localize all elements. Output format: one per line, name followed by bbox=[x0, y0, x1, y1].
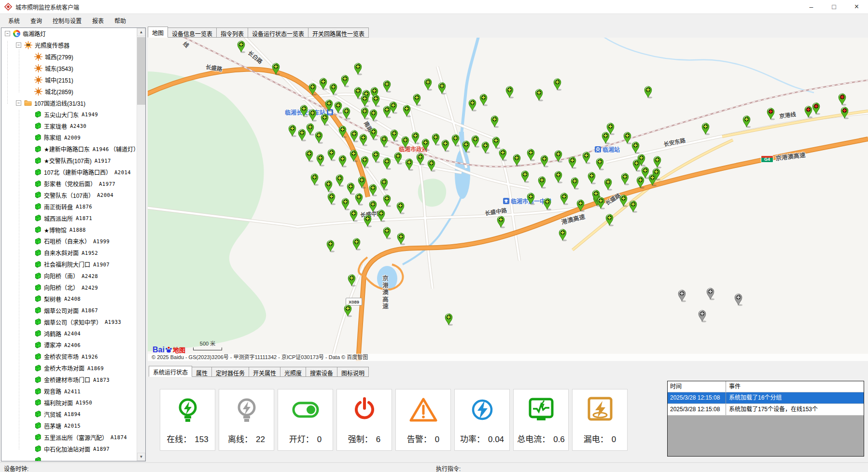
map-marker-online[interactable] bbox=[353, 61, 363, 75]
map-marker-online[interactable] bbox=[338, 124, 347, 138]
map-marker-online[interactable] bbox=[389, 100, 398, 114]
map-marker-online[interactable] bbox=[319, 76, 328, 90]
tree-row[interactable]: 城西派出所A1871 bbox=[1, 212, 137, 224]
map-marker-online[interactable] bbox=[526, 191, 535, 205]
map-marker-online[interactable] bbox=[596, 195, 605, 209]
map-marker-online[interactable] bbox=[377, 208, 386, 222]
map-marker-online[interactable] bbox=[371, 149, 380, 163]
map-marker-online[interactable] bbox=[537, 175, 546, 189]
map-marker-online[interactable] bbox=[462, 139, 471, 153]
tree-row[interactable]: −107国道沿线(31/31) bbox=[1, 97, 137, 109]
tree-row[interactable]: 交警队东（107南）A2004 bbox=[1, 189, 137, 201]
map-marker-online[interactable] bbox=[554, 149, 563, 163]
tree-row[interactable]: 向阳桥（南）A2428 bbox=[1, 270, 137, 282]
tree-row[interactable]: 金桥建材市场门口A1873 bbox=[1, 374, 137, 386]
map-marker-forced[interactable] bbox=[766, 106, 775, 120]
tree-row[interactable]: 梨树巷A2408 bbox=[1, 293, 137, 305]
map-marker-online[interactable] bbox=[553, 77, 562, 91]
map-marker-online[interactable] bbox=[468, 97, 477, 111]
tree-row[interactable]: 向阳桥（北）A2429 bbox=[1, 282, 137, 293]
map-marker-forced[interactable] bbox=[838, 92, 847, 106]
map-marker-online[interactable] bbox=[354, 192, 364, 206]
map-marker-online[interactable] bbox=[619, 193, 628, 207]
tree-row[interactable]: 观音路A2411 bbox=[1, 386, 137, 397]
map-marker-online[interactable] bbox=[305, 148, 314, 162]
map-marker-online[interactable] bbox=[496, 214, 505, 228]
map-marker-online[interactable] bbox=[631, 140, 640, 154]
map-marker-offline[interactable] bbox=[698, 308, 707, 322]
map-marker-online[interactable] bbox=[534, 87, 544, 101]
tree-row[interactable]: −光照度传感器 bbox=[1, 40, 137, 51]
tree-expand-toggle[interactable]: − bbox=[16, 42, 21, 48]
bottom-tab-0[interactable]: 系统运行状态 bbox=[149, 366, 192, 377]
map-marker-online[interactable] bbox=[481, 140, 490, 154]
tree-row[interactable]: ★建新中路路口东A1946（辅道灯） bbox=[1, 143, 137, 155]
map-marker-online[interactable] bbox=[363, 213, 372, 227]
map-marker-online[interactable] bbox=[512, 153, 521, 167]
tree-row[interactable]: 中石化加油站对面A1897 bbox=[1, 443, 137, 455]
menu-item[interactable]: 系统 bbox=[3, 14, 25, 27]
map-tab-4[interactable]: 开关回路属性一览表 bbox=[308, 28, 369, 38]
tree-row[interactable] bbox=[1, 455, 137, 461]
map-marker-online[interactable] bbox=[471, 134, 480, 148]
map-marker-online[interactable] bbox=[369, 108, 378, 122]
map-marker-online[interactable] bbox=[326, 238, 335, 252]
map-marker-online[interactable] bbox=[368, 182, 378, 196]
bottom-tab-6[interactable]: 图标说明 bbox=[337, 367, 369, 377]
map-marker-forced[interactable] bbox=[840, 105, 849, 119]
tree-row[interactable]: 福利院对面A1950 bbox=[1, 397, 137, 409]
tree-row[interactable]: 彭家巷（党校后面）A1977 bbox=[1, 178, 137, 190]
tree-row[interactable]: ★交警队西(107南)A1917 bbox=[1, 155, 137, 167]
map-marker-online[interactable] bbox=[379, 134, 389, 148]
map-marker-online[interactable] bbox=[324, 98, 334, 112]
tree-row[interactable]: 城北(2859) bbox=[1, 85, 137, 97]
map-marker-online[interactable] bbox=[411, 130, 420, 144]
map-marker-online[interactable] bbox=[352, 236, 361, 250]
scroll-up-button[interactable]: ▲ bbox=[137, 28, 145, 36]
map-marker-online[interactable] bbox=[620, 171, 630, 185]
tree-row[interactable]: 社会福利院大门口A1907 bbox=[1, 259, 137, 270]
map-marker-online[interactable] bbox=[526, 147, 535, 161]
map-marker-online[interactable] bbox=[595, 156, 604, 170]
map-marker-online[interactable] bbox=[329, 82, 338, 96]
map-marker-offline[interactable] bbox=[734, 292, 743, 306]
map-marker-online[interactable] bbox=[320, 112, 329, 126]
map-marker-offline[interactable] bbox=[677, 288, 686, 302]
map-marker-online[interactable] bbox=[237, 39, 246, 53]
map-marker-online[interactable] bbox=[648, 172, 657, 186]
tree-row[interactable]: −临湘路灯 bbox=[1, 28, 137, 40]
map-marker-online[interactable] bbox=[327, 147, 336, 161]
map-marker-online[interactable] bbox=[601, 130, 610, 144]
map-marker-online[interactable] bbox=[603, 177, 613, 191]
map-marker-forced[interactable] bbox=[812, 101, 821, 115]
map-marker-online[interactable] bbox=[390, 128, 399, 142]
map-marker-online[interactable] bbox=[335, 173, 344, 187]
scroll-down-button[interactable]: ▼ bbox=[137, 453, 145, 461]
map-marker-online[interactable] bbox=[644, 84, 653, 98]
event-log-row[interactable]: 2025/3/28 12:15:08系统加载了175个设备，在线153个 bbox=[668, 404, 864, 416]
map-marker-online[interactable] bbox=[382, 193, 392, 207]
map-marker-online[interactable] bbox=[554, 169, 563, 183]
tree-row[interactable]: 五尖山大门东A1949 bbox=[1, 109, 137, 120]
scrollbar-thumb[interactable] bbox=[137, 37, 145, 105]
map-tab-3[interactable]: 设备运行状态一览表 bbox=[248, 28, 308, 38]
tree-row[interactable]: 芭茅塘A2015 bbox=[1, 420, 137, 431]
map-marker-online[interactable] bbox=[357, 175, 366, 189]
map-tab-0[interactable]: 地图 bbox=[148, 27, 168, 38]
map-marker-online[interactable] bbox=[299, 103, 308, 117]
tree-row[interactable]: 烟草公司对面A1867 bbox=[1, 305, 137, 316]
map-marker-online[interactable] bbox=[396, 231, 406, 245]
tree-expand-toggle[interactable]: − bbox=[16, 100, 21, 106]
map-marker-online[interactable] bbox=[570, 176, 579, 190]
map-marker-online[interactable] bbox=[327, 191, 336, 205]
map-marker-online[interactable] bbox=[369, 126, 378, 140]
map-marker-online[interactable] bbox=[405, 157, 414, 171]
map-marker-online[interactable] bbox=[412, 92, 421, 106]
tree-row[interactable]: 谭家冲A2406 bbox=[1, 339, 137, 351]
map-marker-online[interactable] bbox=[401, 135, 410, 149]
tree-row[interactable]: 金桥大市场对面A1869 bbox=[1, 362, 137, 374]
menu-item[interactable]: 帮助 bbox=[109, 14, 131, 27]
map-marker-online[interactable] bbox=[338, 153, 347, 167]
map-marker-online[interactable] bbox=[543, 196, 552, 210]
map-marker-online[interactable] bbox=[359, 132, 368, 146]
